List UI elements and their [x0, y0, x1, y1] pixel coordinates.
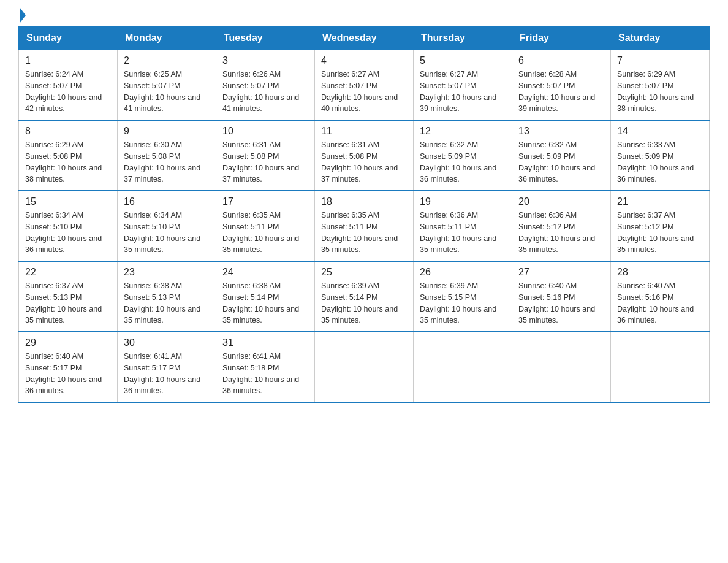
day-info: Sunrise: 6:35 AMSunset: 5:11 PMDaylight:… — [321, 210, 407, 256]
day-number: 31 — [222, 337, 308, 348]
day-number: 3 — [222, 55, 308, 66]
day-number: 6 — [518, 55, 604, 66]
calendar-cell: 11Sunrise: 6:31 AMSunset: 5:08 PMDayligh… — [315, 120, 414, 191]
calendar-header-friday: Friday — [512, 26, 611, 50]
day-info: Sunrise: 6:41 AMSunset: 5:18 PMDaylight:… — [222, 351, 308, 397]
day-info: Sunrise: 6:28 AMSunset: 5:07 PMDaylight:… — [518, 69, 604, 115]
day-number: 18 — [321, 196, 407, 207]
calendar-cell: 5Sunrise: 6:27 AMSunset: 5:07 PMDaylight… — [414, 50, 512, 121]
calendar-cell: 3Sunrise: 6:26 AMSunset: 5:07 PMDaylight… — [216, 50, 315, 121]
header — [18, 12, 710, 20]
calendar-cell: 24Sunrise: 6:38 AMSunset: 5:14 PMDayligh… — [216, 261, 315, 332]
logo-line1 — [18, 12, 26, 23]
calendar-cell: 29Sunrise: 6:40 AMSunset: 5:17 PMDayligh… — [19, 332, 118, 402]
calendar-header-thursday: Thursday — [414, 26, 512, 50]
day-info: Sunrise: 6:38 AMSunset: 5:13 PMDaylight:… — [124, 280, 210, 326]
calendar-cell: 6Sunrise: 6:28 AMSunset: 5:07 PMDaylight… — [512, 50, 611, 121]
day-number: 24 — [222, 267, 308, 278]
calendar-cell: 31Sunrise: 6:41 AMSunset: 5:18 PMDayligh… — [216, 332, 315, 402]
day-info: Sunrise: 6:27 AMSunset: 5:07 PMDaylight:… — [321, 69, 407, 115]
calendar-cell: 12Sunrise: 6:32 AMSunset: 5:09 PMDayligh… — [414, 120, 512, 191]
day-info: Sunrise: 6:31 AMSunset: 5:08 PMDaylight:… — [222, 139, 308, 185]
day-info: Sunrise: 6:38 AMSunset: 5:14 PMDaylight:… — [222, 280, 308, 326]
calendar-cell: 1Sunrise: 6:24 AMSunset: 5:07 PMDaylight… — [19, 50, 118, 121]
day-info: Sunrise: 6:31 AMSunset: 5:08 PMDaylight:… — [321, 139, 407, 185]
calendar-week-row: 1Sunrise: 6:24 AMSunset: 5:07 PMDaylight… — [19, 50, 710, 121]
day-number: 28 — [617, 267, 703, 278]
logo-triangle-icon — [20, 7, 26, 23]
day-info: Sunrise: 6:33 AMSunset: 5:09 PMDaylight:… — [617, 139, 703, 185]
calendar-cell — [414, 332, 512, 402]
calendar-cell: 18Sunrise: 6:35 AMSunset: 5:11 PMDayligh… — [315, 191, 414, 261]
calendar-week-row: 29Sunrise: 6:40 AMSunset: 5:17 PMDayligh… — [19, 332, 710, 402]
day-number: 16 — [124, 196, 210, 207]
day-info: Sunrise: 6:36 AMSunset: 5:11 PMDaylight:… — [420, 210, 506, 256]
day-number: 17 — [222, 196, 308, 207]
calendar-header-sunday: Sunday — [19, 26, 118, 50]
calendar-header-tuesday: Tuesday — [216, 26, 315, 50]
day-info: Sunrise: 6:36 AMSunset: 5:12 PMDaylight:… — [518, 210, 604, 256]
calendar-cell: 28Sunrise: 6:40 AMSunset: 5:16 PMDayligh… — [611, 261, 710, 332]
day-number: 11 — [321, 126, 407, 137]
day-number: 1 — [25, 55, 111, 66]
calendar-header-row: SundayMondayTuesdayWednesdayThursdayFrid… — [19, 26, 710, 50]
calendar-cell: 10Sunrise: 6:31 AMSunset: 5:08 PMDayligh… — [216, 120, 315, 191]
calendar-week-row: 15Sunrise: 6:34 AMSunset: 5:10 PMDayligh… — [19, 191, 710, 261]
calendar-cell: 8Sunrise: 6:29 AMSunset: 5:08 PMDaylight… — [19, 120, 118, 191]
day-number: 20 — [518, 196, 604, 207]
day-number: 7 — [617, 55, 703, 66]
calendar-cell — [512, 332, 611, 402]
day-info: Sunrise: 6:34 AMSunset: 5:10 PMDaylight:… — [124, 210, 210, 256]
day-info: Sunrise: 6:37 AMSunset: 5:12 PMDaylight:… — [617, 210, 703, 256]
day-number: 13 — [518, 126, 604, 137]
day-number: 2 — [124, 55, 210, 66]
calendar-header-monday: Monday — [118, 26, 216, 50]
day-number: 15 — [25, 196, 111, 207]
day-info: Sunrise: 6:24 AMSunset: 5:07 PMDaylight:… — [25, 69, 111, 115]
calendar-week-row: 22Sunrise: 6:37 AMSunset: 5:13 PMDayligh… — [19, 261, 710, 332]
calendar-cell — [611, 332, 710, 402]
day-number: 21 — [617, 196, 703, 207]
calendar-table: SundayMondayTuesdayWednesdayThursdayFrid… — [18, 26, 710, 403]
day-info: Sunrise: 6:29 AMSunset: 5:07 PMDaylight:… — [617, 69, 703, 115]
calendar-cell: 20Sunrise: 6:36 AMSunset: 5:12 PMDayligh… — [512, 191, 611, 261]
day-number: 8 — [25, 126, 111, 137]
day-number: 29 — [25, 337, 111, 348]
day-number: 26 — [420, 267, 506, 278]
day-number: 19 — [420, 196, 506, 207]
day-info: Sunrise: 6:30 AMSunset: 5:08 PMDaylight:… — [124, 139, 210, 185]
calendar-cell: 19Sunrise: 6:36 AMSunset: 5:11 PMDayligh… — [414, 191, 512, 261]
day-info: Sunrise: 6:27 AMSunset: 5:07 PMDaylight:… — [420, 69, 506, 115]
calendar-cell: 15Sunrise: 6:34 AMSunset: 5:10 PMDayligh… — [19, 191, 118, 261]
day-info: Sunrise: 6:40 AMSunset: 5:16 PMDaylight:… — [518, 280, 604, 326]
calendar-cell: 7Sunrise: 6:29 AMSunset: 5:07 PMDaylight… — [611, 50, 710, 121]
day-info: Sunrise: 6:32 AMSunset: 5:09 PMDaylight:… — [420, 139, 506, 185]
day-number: 5 — [420, 55, 506, 66]
calendar-body: 1Sunrise: 6:24 AMSunset: 5:07 PMDaylight… — [19, 50, 710, 403]
calendar-cell: 22Sunrise: 6:37 AMSunset: 5:13 PMDayligh… — [19, 261, 118, 332]
day-number: 23 — [124, 267, 210, 278]
calendar-cell: 9Sunrise: 6:30 AMSunset: 5:08 PMDaylight… — [118, 120, 216, 191]
day-info: Sunrise: 6:25 AMSunset: 5:07 PMDaylight:… — [124, 69, 210, 115]
calendar-cell: 30Sunrise: 6:41 AMSunset: 5:17 PMDayligh… — [118, 332, 216, 402]
day-info: Sunrise: 6:29 AMSunset: 5:08 PMDaylight:… — [25, 139, 111, 185]
calendar-cell: 21Sunrise: 6:37 AMSunset: 5:12 PMDayligh… — [611, 191, 710, 261]
calendar-cell: 16Sunrise: 6:34 AMSunset: 5:10 PMDayligh… — [118, 191, 216, 261]
day-number: 27 — [518, 267, 604, 278]
day-info: Sunrise: 6:32 AMSunset: 5:09 PMDaylight:… — [518, 139, 604, 185]
day-number: 25 — [321, 267, 407, 278]
calendar-cell: 23Sunrise: 6:38 AMSunset: 5:13 PMDayligh… — [118, 261, 216, 332]
day-number: 10 — [222, 126, 308, 137]
day-number: 4 — [321, 55, 407, 66]
day-info: Sunrise: 6:34 AMSunset: 5:10 PMDaylight:… — [25, 210, 111, 256]
calendar-week-row: 8Sunrise: 6:29 AMSunset: 5:08 PMDaylight… — [19, 120, 710, 191]
day-info: Sunrise: 6:41 AMSunset: 5:17 PMDaylight:… — [124, 351, 210, 397]
day-info: Sunrise: 6:39 AMSunset: 5:14 PMDaylight:… — [321, 280, 407, 326]
calendar-header-saturday: Saturday — [611, 26, 710, 50]
calendar-cell: 2Sunrise: 6:25 AMSunset: 5:07 PMDaylight… — [118, 50, 216, 121]
day-info: Sunrise: 6:26 AMSunset: 5:07 PMDaylight:… — [222, 69, 308, 115]
day-info: Sunrise: 6:39 AMSunset: 5:15 PMDaylight:… — [420, 280, 506, 326]
calendar-cell: 27Sunrise: 6:40 AMSunset: 5:16 PMDayligh… — [512, 261, 611, 332]
day-number: 14 — [617, 126, 703, 137]
calendar-cell: 4Sunrise: 6:27 AMSunset: 5:07 PMDaylight… — [315, 50, 414, 121]
